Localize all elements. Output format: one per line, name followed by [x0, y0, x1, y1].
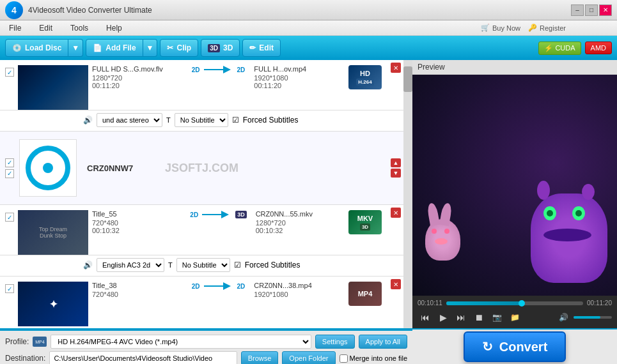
file-4-input-dims: 720*480 [92, 291, 183, 298]
disc-nav-down[interactable]: ▼ [391, 169, 401, 178]
file-3-format-badge[interactable]: MKV 3D [348, 210, 382, 234]
file-3-forced-subtitle-check: ☑ [234, 261, 241, 269]
cuda-icon: ⚡ [544, 44, 553, 52]
volume-icon-button[interactable]: 🔊 [556, 310, 571, 324]
file-4-checkbox[interactable] [5, 284, 14, 293]
menu-right: 🛒 Buy Now 🔑 Register [481, 24, 566, 32]
file-1-output-name: FULL H...ov.mp4 [254, 65, 345, 73]
file-1-subtitle-select[interactable]: No Subtitle [175, 113, 228, 127]
volume-bar[interactable] [574, 316, 612, 319]
menu-items: File Edit Tools Help [5, 22, 126, 34]
add-file-dropdown[interactable]: ▼ [143, 39, 158, 57]
bottom-wrapper: Profile: MP4 HD H.264/MPEG-4 AVC Video (… [0, 328, 617, 364]
bottom-bar: Profile: MP4 HD H.264/MPEG-4 AVC Video (… [0, 330, 412, 364]
menu-edit[interactable]: Edit [35, 22, 56, 34]
settings-button[interactable]: Settings [315, 335, 355, 349]
file-4-output-name: CRZ0NN...38.mp4 [254, 282, 345, 289]
time-current: 00:10:11 [418, 300, 442, 307]
apply-all-button[interactable]: Apply to All [359, 335, 407, 349]
destination-row: Destination: Browse Open Folder Merge in… [5, 351, 407, 364]
file-list-scrollbar[interactable] [403, 60, 412, 328]
file-4-close-button[interactable]: ✕ [391, 279, 401, 289]
file-4-format-badge[interactable]: MP4 [348, 282, 382, 306]
add-file-button[interactable]: 📄 Add File [86, 39, 143, 57]
close-button[interactable]: ✕ [599, 4, 612, 16]
menu-file[interactable]: File [5, 22, 25, 34]
file-3-output-info: CRZ0NN...55.mkv 1280*720 00:10:32 [256, 210, 345, 234]
file-1-output-duration: 00:11:20 [254, 82, 345, 89]
file-1-input-name: FULL HD S...G.mov.flv [92, 65, 183, 73]
volume-fill [574, 316, 600, 319]
file-3-audio-icon: 🔊 [83, 261, 93, 269]
load-disc-button[interactable]: 💿 Load Disc [5, 39, 68, 57]
disc-nav-up[interactable]: ▲ [391, 158, 401, 167]
minimize-button[interactable]: – [571, 4, 584, 16]
clip-button[interactable]: ✂ Clip [160, 39, 198, 57]
load-disc-dropdown[interactable]: ▼ [68, 39, 83, 57]
file-3-close-button[interactable]: ✕ [391, 208, 401, 218]
disc-check2[interactable] [5, 169, 14, 178]
file-1-output-dims: 1920*1080 [254, 74, 345, 82]
profile-row: Profile: MP4 HD H.264/MPEG-4 AVC Video (… [5, 335, 407, 349]
edit-button[interactable]: ✏ Edit [242, 39, 281, 57]
file-1-close-button[interactable]: ✕ [391, 63, 401, 73]
convert-icon: ↻ [482, 339, 493, 354]
arrow-right-2-icon [203, 282, 235, 291]
key-icon: 🔑 [528, 24, 537, 32]
skip-back-button[interactable]: ⏮ [418, 310, 433, 324]
window-controls: – □ ✕ [571, 4, 612, 16]
progress-row: 00:10:11 00:11:20 [418, 300, 612, 307]
file-3-subtitle-row: 🔊 English AC3 2d T No Subtitle ☑ Forced … [0, 255, 403, 277]
file-4-arrow: 2D 2D [187, 282, 251, 291]
convert-label: Convert [499, 340, 548, 354]
file-1-format-badge[interactable]: HD H.264 [348, 65, 382, 89]
preview-video [412, 75, 617, 296]
disc-check1[interactable] [5, 158, 14, 167]
file-3-audio-select[interactable]: English AC3 2d [97, 258, 164, 272]
menu-tools[interactable]: Tools [66, 22, 92, 34]
scrollbar-thumb[interactable] [403, 66, 412, 92]
audio-icon: 🔊 [83, 116, 93, 125]
cart-icon: 🛒 [481, 24, 490, 32]
arrow-2d-3d-icon [201, 210, 233, 219]
disc-icon: 💿 [12, 43, 22, 52]
file-1-checkbox[interactable] [5, 68, 14, 77]
amd-button[interactable]: AMD [585, 42, 612, 54]
open-folder-button[interactable]: Open Folder [282, 351, 335, 364]
snapshot-button[interactable]: 📷 [489, 310, 504, 324]
disc-id: CRZ0NNW7 [87, 163, 133, 173]
file-1-input-info: FULL HD S...G.mov.flv 1280*720 00:11:20 [92, 65, 183, 89]
file-3-checkbox[interactable] [5, 213, 14, 222]
cuda-button[interactable]: ⚡ CUDA [538, 42, 581, 55]
3d-button[interactable]: 3D 3D [201, 39, 240, 57]
profile-label: Profile: [5, 337, 29, 346]
file-3-subtitle-icon: T [168, 261, 173, 269]
arrow-right-icon [203, 65, 235, 74]
register-button[interactable]: 🔑 Register [528, 24, 566, 32]
destination-input[interactable] [49, 351, 237, 364]
file-3-subtitle-select[interactable]: No Subtitle [176, 258, 230, 272]
file-3-arrow: 2D 3D [185, 210, 251, 219]
profile-select[interactable]: HD H.264/MPEG-4 AVC Video (*.mp4) [51, 335, 311, 349]
convert-button[interactable]: ↻ Convert [464, 331, 566, 362]
player-controls: 00:10:11 00:11:20 ⏮ ▶ ⏭ ⏹ 📷 📁 🔊 [412, 296, 617, 328]
destination-label: Destination: [5, 354, 45, 363]
browse-button[interactable]: Browse [241, 351, 279, 364]
subtitle-icon: T [166, 116, 171, 124]
stop-button[interactable]: ⏹ [471, 310, 487, 324]
progress-bar[interactable] [446, 301, 583, 305]
file-1-audio-select[interactable]: und aac stereo [97, 113, 162, 127]
edit-icon: ✏ [249, 43, 256, 52]
toolbar: 💿 Load Disc ▼ 📄 Add File ▼ ✂ Clip 3D 3D … [0, 36, 617, 60]
time-total: 00:11:20 [587, 300, 612, 307]
file-list-container: FULL HD S...G.mov.flv 1280*720 00:11:20 … [0, 60, 412, 328]
merge-checkbox[interactable] [340, 354, 348, 363]
disc-info: CRZ0NNW7 [87, 163, 133, 173]
menu-help[interactable]: Help [102, 22, 126, 34]
folder-button[interactable]: 📁 [507, 310, 522, 324]
buy-now-button[interactable]: 🛒 Buy Now [481, 24, 520, 32]
maximize-button[interactable]: □ [585, 4, 598, 16]
forced-subtitle-check: ☑ [232, 116, 239, 125]
play-button[interactable]: ▶ [435, 310, 451, 324]
skip-forward-button[interactable]: ⏭ [453, 310, 469, 324]
